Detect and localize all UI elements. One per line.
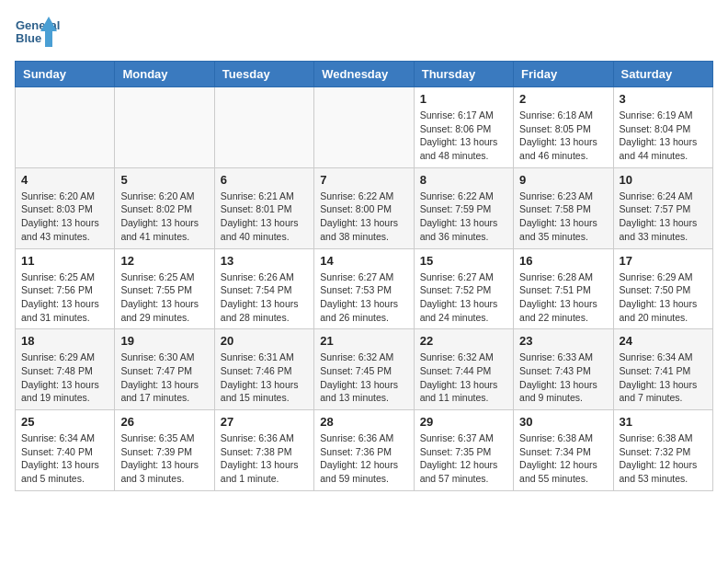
calendar-cell: 18Sunrise: 6:29 AM Sunset: 7:48 PM Dayli… <box>16 329 115 410</box>
calendar-week-row: 4Sunrise: 6:20 AM Sunset: 8:03 PM Daylig… <box>16 167 713 248</box>
calendar-cell: 29Sunrise: 6:37 AM Sunset: 7:35 PM Dayli… <box>414 410 513 491</box>
calendar-cell: 7Sunrise: 6:22 AM Sunset: 8:00 PM Daylig… <box>314 167 414 248</box>
day-number: 22 <box>420 334 507 348</box>
day-number: 9 <box>519 173 607 187</box>
day-of-week-friday: Friday <box>514 62 613 87</box>
day-of-week-saturday: Saturday <box>613 62 712 87</box>
logo: General Blue <box>15 15 61 53</box>
day-number: 16 <box>519 254 607 268</box>
calendar-cell: 19Sunrise: 6:30 AM Sunset: 7:47 PM Dayli… <box>115 329 214 410</box>
day-number: 31 <box>620 415 707 429</box>
day-number: 8 <box>420 173 507 187</box>
calendar-cell <box>16 87 115 168</box>
calendar-cell: 16Sunrise: 6:28 AM Sunset: 7:51 PM Dayli… <box>514 248 613 329</box>
calendar-cell: 10Sunrise: 6:24 AM Sunset: 7:57 PM Dayli… <box>613 167 712 248</box>
day-number: 21 <box>320 334 407 348</box>
day-info: Sunrise: 6:20 AM Sunset: 8:02 PM Dayligh… <box>120 190 208 244</box>
day-of-week-sunday: Sunday <box>16 62 115 87</box>
day-info: Sunrise: 6:28 AM Sunset: 7:51 PM Dayligh… <box>519 270 607 325</box>
calendar-cell: 12Sunrise: 6:25 AM Sunset: 7:55 PM Dayli… <box>115 248 214 329</box>
calendar-cell: 24Sunrise: 6:34 AM Sunset: 7:41 PM Dayli… <box>613 329 712 410</box>
page-header: General Blue <box>15 15 713 53</box>
day-info: Sunrise: 6:33 AM Sunset: 7:43 PM Dayligh… <box>519 350 607 405</box>
day-number: 30 <box>519 415 607 429</box>
calendar-week-row: 1Sunrise: 6:17 AM Sunset: 8:06 PM Daylig… <box>16 87 713 168</box>
calendar-cell: 31Sunrise: 6:38 AM Sunset: 7:32 PM Dayli… <box>613 410 712 491</box>
day-number: 3 <box>620 92 707 106</box>
day-number: 7 <box>320 173 407 187</box>
day-info: Sunrise: 6:32 AM Sunset: 7:44 PM Dayligh… <box>420 350 507 405</box>
day-info: Sunrise: 6:34 AM Sunset: 7:40 PM Dayligh… <box>21 431 108 486</box>
day-number: 20 <box>221 334 308 348</box>
day-number: 23 <box>519 334 607 348</box>
day-number: 6 <box>221 173 308 187</box>
day-info: Sunrise: 6:20 AM Sunset: 8:03 PM Dayligh… <box>21 190 108 244</box>
calendar-cell: 21Sunrise: 6:32 AM Sunset: 7:45 PM Dayli… <box>314 329 414 410</box>
day-info: Sunrise: 6:32 AM Sunset: 7:45 PM Dayligh… <box>320 350 407 405</box>
calendar-cell: 20Sunrise: 6:31 AM Sunset: 7:46 PM Dayli… <box>214 329 313 410</box>
calendar-cell <box>115 87 214 168</box>
svg-text:Blue: Blue <box>16 31 41 45</box>
calendar-week-row: 25Sunrise: 6:34 AM Sunset: 7:40 PM Dayli… <box>16 410 713 491</box>
day-number: 12 <box>120 254 208 268</box>
calendar-cell: 5Sunrise: 6:20 AM Sunset: 8:02 PM Daylig… <box>115 167 214 248</box>
day-of-week-monday: Monday <box>115 62 214 87</box>
calendar-header-row: SundayMondayTuesdayWednesdayThursdayFrid… <box>16 62 713 87</box>
calendar-cell: 13Sunrise: 6:26 AM Sunset: 7:54 PM Dayli… <box>214 248 313 329</box>
day-info: Sunrise: 6:19 AM Sunset: 8:04 PM Dayligh… <box>620 109 707 163</box>
day-info: Sunrise: 6:21 AM Sunset: 8:01 PM Dayligh… <box>221 190 308 244</box>
day-info: Sunrise: 6:31 AM Sunset: 7:46 PM Dayligh… <box>221 350 308 405</box>
day-number: 27 <box>221 415 308 429</box>
day-info: Sunrise: 6:26 AM Sunset: 7:54 PM Dayligh… <box>221 270 308 325</box>
day-info: Sunrise: 6:22 AM Sunset: 8:00 PM Dayligh… <box>320 190 407 244</box>
day-info: Sunrise: 6:34 AM Sunset: 7:41 PM Dayligh… <box>620 350 707 405</box>
day-info: Sunrise: 6:18 AM Sunset: 8:05 PM Dayligh… <box>519 109 607 163</box>
day-number: 5 <box>120 173 208 187</box>
calendar-cell: 8Sunrise: 6:22 AM Sunset: 7:59 PM Daylig… <box>414 167 513 248</box>
day-number: 15 <box>420 254 507 268</box>
day-info: Sunrise: 6:38 AM Sunset: 7:34 PM Dayligh… <box>519 431 607 486</box>
day-number: 25 <box>21 415 108 429</box>
calendar-cell: 27Sunrise: 6:36 AM Sunset: 7:38 PM Dayli… <box>214 410 313 491</box>
calendar-cell: 6Sunrise: 6:21 AM Sunset: 8:01 PM Daylig… <box>214 167 313 248</box>
day-number: 1 <box>420 92 507 106</box>
day-of-week-thursday: Thursday <box>414 62 513 87</box>
day-number: 14 <box>320 254 407 268</box>
calendar-cell <box>314 87 414 168</box>
day-info: Sunrise: 6:25 AM Sunset: 7:55 PM Dayligh… <box>120 270 208 325</box>
day-number: 26 <box>120 415 208 429</box>
day-info: Sunrise: 6:29 AM Sunset: 7:50 PM Dayligh… <box>620 270 707 325</box>
day-of-week-wednesday: Wednesday <box>314 62 414 87</box>
calendar-cell: 9Sunrise: 6:23 AM Sunset: 7:58 PM Daylig… <box>514 167 613 248</box>
day-info: Sunrise: 6:27 AM Sunset: 7:52 PM Dayligh… <box>420 270 507 325</box>
calendar-cell: 2Sunrise: 6:18 AM Sunset: 8:05 PM Daylig… <box>514 87 613 168</box>
day-info: Sunrise: 6:38 AM Sunset: 7:32 PM Dayligh… <box>620 431 707 486</box>
logo-svg: General Blue <box>15 15 61 53</box>
day-info: Sunrise: 6:36 AM Sunset: 7:36 PM Dayligh… <box>320 431 407 486</box>
calendar-cell: 22Sunrise: 6:32 AM Sunset: 7:44 PM Dayli… <box>414 329 513 410</box>
calendar-cell: 14Sunrise: 6:27 AM Sunset: 7:53 PM Dayli… <box>314 248 414 329</box>
day-info: Sunrise: 6:36 AM Sunset: 7:38 PM Dayligh… <box>221 431 308 486</box>
day-number: 4 <box>21 173 108 187</box>
calendar-cell: 25Sunrise: 6:34 AM Sunset: 7:40 PM Dayli… <box>16 410 115 491</box>
day-info: Sunrise: 6:35 AM Sunset: 7:39 PM Dayligh… <box>120 431 208 486</box>
day-info: Sunrise: 6:29 AM Sunset: 7:48 PM Dayligh… <box>21 350 108 405</box>
calendar-cell: 17Sunrise: 6:29 AM Sunset: 7:50 PM Dayli… <box>613 248 712 329</box>
day-info: Sunrise: 6:22 AM Sunset: 7:59 PM Dayligh… <box>420 190 507 244</box>
day-number: 24 <box>620 334 707 348</box>
day-number: 2 <box>519 92 607 106</box>
calendar-cell: 30Sunrise: 6:38 AM Sunset: 7:34 PM Dayli… <box>514 410 613 491</box>
day-number: 19 <box>120 334 208 348</box>
calendar-week-row: 11Sunrise: 6:25 AM Sunset: 7:56 PM Dayli… <box>16 248 713 329</box>
calendar-cell: 15Sunrise: 6:27 AM Sunset: 7:52 PM Dayli… <box>414 248 513 329</box>
day-of-week-tuesday: Tuesday <box>214 62 313 87</box>
day-info: Sunrise: 6:24 AM Sunset: 7:57 PM Dayligh… <box>620 190 707 244</box>
day-info: Sunrise: 6:27 AM Sunset: 7:53 PM Dayligh… <box>320 270 407 325</box>
calendar-cell <box>214 87 313 168</box>
day-number: 29 <box>420 415 507 429</box>
day-info: Sunrise: 6:17 AM Sunset: 8:06 PM Dayligh… <box>420 109 507 163</box>
day-info: Sunrise: 6:37 AM Sunset: 7:35 PM Dayligh… <box>420 431 507 486</box>
day-number: 10 <box>620 173 707 187</box>
day-number: 28 <box>320 415 407 429</box>
day-info: Sunrise: 6:30 AM Sunset: 7:47 PM Dayligh… <box>120 350 208 405</box>
